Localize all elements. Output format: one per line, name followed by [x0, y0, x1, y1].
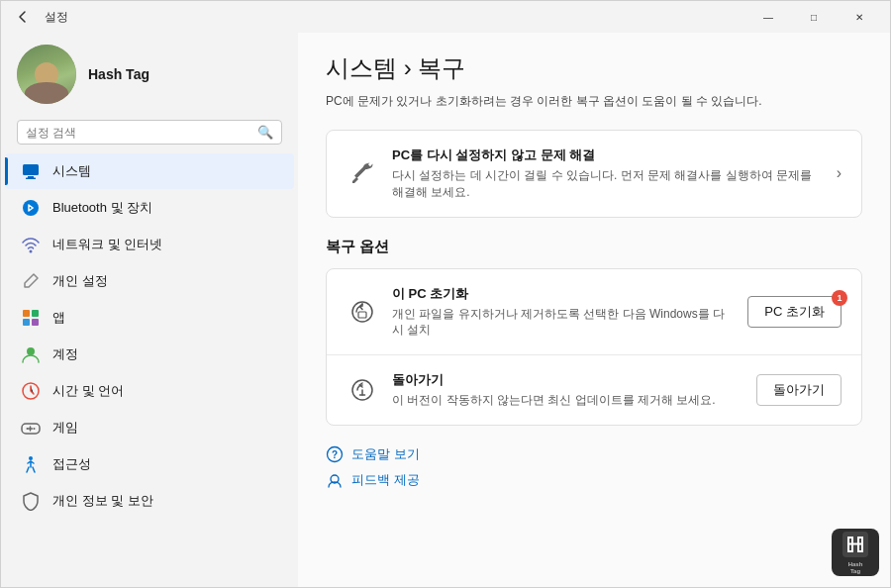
- reset-card-action: 1 PC 초기화: [747, 296, 842, 328]
- fix-card-title: PC를 다시 설정하지 않고 문제 해결: [392, 147, 823, 164]
- recovery-section-title: 복구 옵션: [326, 238, 862, 256]
- reset-card-row: 이 PC 초기화 개인 파일을 유지하거나 제거하도록 선택한 다음 Windo…: [327, 269, 861, 355]
- svg-point-3: [23, 200, 39, 216]
- network-icon: [21, 235, 41, 254]
- fix-card-desc: 다시 설정하는 데 시간이 걸릴 수 있습니다. 먼저 문제 해결사를 실행하여…: [392, 167, 823, 201]
- rollback-card-desc: 이 버전이 작동하지 않는다면 최신 업데이트를 제거해 보세요.: [392, 392, 742, 409]
- sidebar: Hash Tag 🔍 시스템: [1, 33, 298, 587]
- svg-rect-5: [23, 310, 30, 317]
- corner-logo: HashTag: [832, 529, 879, 576]
- profile-section: Hash Tag: [1, 33, 298, 116]
- back-button[interactable]: [9, 3, 37, 31]
- sidebar-item-accessibility[interactable]: 접근성: [5, 446, 294, 482]
- reset-pc-button[interactable]: PC 초기화: [747, 296, 842, 328]
- account-icon: [21, 344, 41, 364]
- rollback-card-title: 돌아가기: [392, 371, 742, 389]
- svg-rect-16: [358, 312, 366, 318]
- bluetooth-icon: [21, 198, 41, 218]
- sidebar-label-time: 시간 및 언어: [52, 382, 124, 400]
- svg-rect-2: [26, 178, 36, 180]
- sidebar-item-apps[interactable]: 앱: [5, 300, 294, 336]
- sidebar-item-gaming[interactable]: 게임: [5, 410, 294, 445]
- sidebar-item-system[interactable]: 시스템: [5, 153, 294, 189]
- svg-point-4: [30, 250, 33, 253]
- svg-point-13: [34, 428, 36, 430]
- sidebar-label-system: 시스템: [52, 162, 91, 180]
- page-description: PC에 문제가 있거나 초기화하려는 경우 이러한 복구 옵션이 도움이 될 수…: [326, 92, 862, 110]
- sidebar-item-personalization[interactable]: 개인 설정: [5, 263, 294, 299]
- svg-rect-7: [23, 319, 30, 326]
- feedback-icon: [326, 471, 344, 489]
- apps-icon: [21, 308, 41, 328]
- rollback-button[interactable]: 돌아가기: [756, 374, 842, 406]
- page-title: 시스템 › 복구: [326, 52, 862, 84]
- reset-card-text: 이 PC 초기화 개인 파일을 유지하거나 제거하도록 선택한 다음 Windo…: [392, 285, 734, 340]
- svg-point-9: [27, 347, 35, 355]
- sidebar-label-apps: 앱: [52, 309, 65, 327]
- footer-links: ? 도움말 보기 피드백 제공: [326, 445, 862, 489]
- search-input[interactable]: [26, 126, 251, 140]
- monitor-icon: [21, 161, 41, 181]
- rollback-card-action: 돌아가기: [756, 374, 842, 406]
- maximize-button[interactable]: □: [791, 1, 837, 33]
- fix-card-row[interactable]: PC를 다시 설정하지 않고 문제 해결 다시 설정하는 데 시간이 걸릴 수 …: [327, 131, 861, 217]
- window-controls: — □ ✕: [745, 1, 882, 33]
- help-link-label: 도움말 보기: [351, 445, 420, 463]
- content-area: 시스템 › 복구 PC에 문제가 있거나 초기화하려는 경우 이러한 복구 옵션…: [298, 33, 890, 587]
- titlebar-left: 설정: [9, 3, 68, 31]
- svg-rect-8: [32, 319, 39, 326]
- svg-point-14: [29, 456, 33, 460]
- titlebar: 설정 — □ ✕: [1, 1, 890, 33]
- logo-text: HashTag: [848, 561, 863, 575]
- window-title: 설정: [45, 9, 68, 26]
- sidebar-item-accounts[interactable]: 계정: [5, 337, 294, 372]
- sidebar-item-bluetooth[interactable]: Bluetooth 및 장치: [5, 190, 294, 226]
- sidebar-label-personalization: 개인 설정: [52, 272, 108, 290]
- nav-items: 시스템 Bluetooth 및 장치: [1, 152, 298, 579]
- sidebar-label-gaming: 게임: [52, 419, 78, 437]
- logo-icon: [841, 530, 870, 559]
- fix-card: PC를 다시 설정하지 않고 문제 해결 다시 설정하는 데 시간이 걸릴 수 …: [326, 130, 862, 218]
- avatar: [17, 45, 76, 104]
- sidebar-label-network: 네트워크 및 인터넷: [52, 236, 162, 253]
- time-icon: [21, 381, 41, 401]
- sidebar-item-privacy[interactable]: 개인 정보 및 보안: [5, 483, 294, 519]
- accessibility-icon: [21, 454, 41, 474]
- settings-window: 설정 — □ ✕ Hash Tag 🔍: [0, 0, 891, 588]
- fix-card-action: ›: [837, 164, 842, 182]
- sidebar-label-privacy: 개인 정보 및 보안: [52, 492, 153, 510]
- profile-name: Hash Tag: [88, 66, 149, 82]
- minimize-button[interactable]: —: [745, 1, 791, 33]
- reset-badge: 1: [832, 290, 847, 306]
- svg-rect-6: [32, 310, 39, 317]
- wrench-icon: [346, 157, 378, 189]
- reset-card-title: 이 PC 초기화: [392, 285, 734, 303]
- sidebar-item-time[interactable]: 시간 및 언어: [5, 373, 294, 409]
- sidebar-label-accounts: 계정: [52, 345, 78, 363]
- feedback-link-label: 피드백 제공: [351, 471, 420, 489]
- reset-card-desc: 개인 파일을 유지하거나 제거하도록 선택한 다음 Windows를 다시 설치: [392, 306, 734, 340]
- svg-text:?: ?: [332, 449, 338, 460]
- rollback-card-text: 돌아가기 이 버전이 작동하지 않는다면 최신 업데이트를 제거해 보세요.: [392, 371, 742, 409]
- fix-card-text: PC를 다시 설정하지 않고 문제 해결 다시 설정하는 데 시간이 걸릴 수 …: [392, 147, 823, 201]
- sidebar-item-network[interactable]: 네트워크 및 인터넷: [5, 227, 294, 262]
- reset-button-container: 1 PC 초기화: [747, 296, 842, 328]
- help-icon: ?: [326, 445, 344, 463]
- sidebar-label-accessibility: 접근성: [52, 455, 91, 473]
- reset-icon: [346, 296, 378, 328]
- privacy-icon: [21, 491, 41, 511]
- help-link[interactable]: ? 도움말 보기: [326, 445, 862, 463]
- search-box[interactable]: 🔍: [17, 120, 282, 145]
- search-icon: 🔍: [257, 125, 273, 140]
- chevron-right-icon: ›: [837, 164, 842, 182]
- sidebar-label-bluetooth: Bluetooth 및 장치: [52, 199, 152, 217]
- feedback-link[interactable]: 피드백 제공: [326, 471, 862, 489]
- rollback-icon: [346, 374, 378, 406]
- gaming-icon: [21, 418, 41, 438]
- main-layout: Hash Tag 🔍 시스템: [1, 33, 890, 587]
- logo-box: HashTag: [832, 529, 879, 576]
- recovery-card: 이 PC 초기화 개인 파일을 유지하거나 제거하도록 선택한 다음 Windo…: [326, 268, 862, 426]
- rollback-card-row: 돌아가기 이 버전이 작동하지 않는다면 최신 업데이트를 제거해 보세요. 돌…: [327, 354, 861, 425]
- svg-rect-0: [23, 164, 39, 175]
- close-button[interactable]: ✕: [837, 1, 882, 33]
